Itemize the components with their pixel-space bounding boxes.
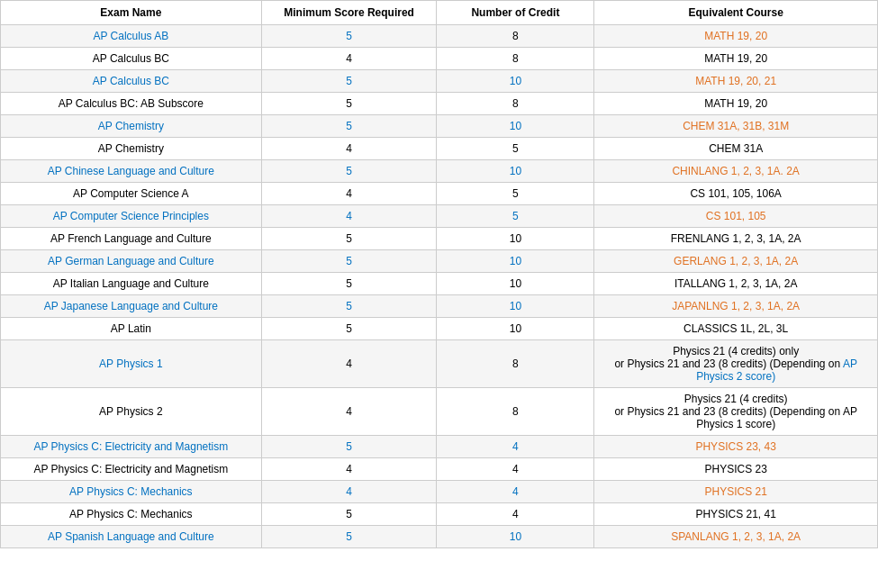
cell-min-score: 5 [261,228,437,250]
cell-num-credits: 4 [437,458,594,481]
table-row: AP Italian Language and Culture510ITALLA… [1,273,878,295]
cell-num-credits: 4 [437,436,594,458]
cell-exam-name: AP Calculus BC [1,70,262,93]
cell-num-credits: 4 [437,503,594,526]
table-row: AP Physics 248Physics 21 (4 credits)or P… [1,388,878,436]
cell-exam-name: AP Japanese Language and Culture [1,295,262,318]
table-row: AP Calculus AB58MATH 19, 20 [1,25,878,48]
cell-equiv-course: GERLANG 1, 2, 3, 1A, 2A [594,250,878,273]
table-row: AP Chinese Language and Culture510CHINLA… [1,160,878,183]
cell-min-score: 5 [261,318,437,340]
cell-min-score: 5 [261,160,437,183]
cell-min-score: 5 [261,503,437,526]
cell-num-credits: 10 [437,228,594,250]
cell-equiv-course: PHYSICS 23 [594,458,878,481]
cell-exam-name: AP Spanish Language and Culture [1,526,262,548]
table-row: AP Physics C: Electricity and Magnetism5… [1,436,878,458]
cell-min-score: 4 [261,138,437,160]
cell-exam-name: AP Latin [1,318,262,340]
cell-equiv-course: PHYSICS 21 [594,481,878,503]
cell-num-credits: 10 [437,273,594,295]
cell-num-credits: 10 [437,250,594,273]
cell-exam-name: AP Physics C: Mechanics [1,481,262,503]
cell-exam-name: AP German Language and Culture [1,250,262,273]
cell-num-credits: 8 [437,48,594,70]
cell-equiv-course: SPANLANG 1, 2, 3, 1A, 2A [594,526,878,548]
cell-min-score: 5 [261,295,437,318]
cell-min-score: 4 [261,340,437,388]
cell-equiv-course: CHEM 31A [594,138,878,160]
cell-exam-name: AP Calculus BC: AB Subscore [1,93,262,115]
header-min-score: Minimum Score Required [261,1,437,25]
cell-equiv-course: CHEM 31A, 31B, 31M [594,115,878,138]
cell-exam-name: AP Physics C: Electricity and Magnetism [1,458,262,481]
cell-min-score: 5 [261,93,437,115]
cell-num-credits: 10 [437,160,594,183]
cell-min-score: 5 [261,436,437,458]
cell-num-credits: 10 [437,295,594,318]
cell-num-credits: 5 [437,205,594,228]
cell-equiv-course: PHYSICS 21, 41 [594,503,878,526]
table-row: AP Physics 148Physics 21 (4 credits) onl… [1,340,878,388]
cell-equiv-course: Physics 21 (4 credits)or Physics 21 and … [594,388,878,436]
cell-num-credits: 10 [437,526,594,548]
cell-num-credits: 10 [437,115,594,138]
cell-equiv-course: PHYSICS 23, 43 [594,436,878,458]
cell-exam-name: AP Calculus AB [1,25,262,48]
cell-equiv-course: MATH 19, 20, 21 [594,70,878,93]
cell-num-credits: 8 [437,93,594,115]
ap-credit-table: Exam Name Minimum Score Required Number … [0,0,878,548]
cell-min-score: 5 [261,70,437,93]
cell-min-score: 5 [261,250,437,273]
cell-equiv-course: CLASSICS 1L, 2L, 3L [594,318,878,340]
cell-num-credits: 8 [437,388,594,436]
table-row: AP German Language and Culture510GERLANG… [1,250,878,273]
header-exam-name: Exam Name [1,1,262,25]
header-equiv-course: Equivalent Course [594,1,878,25]
table-row: AP Computer Science Principles45CS 101, … [1,205,878,228]
cell-min-score: 5 [261,273,437,295]
cell-exam-name: AP Computer Science A [1,183,262,205]
table-row: AP Physics C: Mechanics54PHYSICS 21, 41 [1,503,878,526]
cell-num-credits: 8 [437,340,594,388]
cell-equiv-course: JAPANLNG 1, 2, 3, 1A, 2A [594,295,878,318]
cell-min-score: 4 [261,48,437,70]
cell-exam-name: AP Physics C: Electricity and Magnetism [1,436,262,458]
cell-exam-name: AP Chemistry [1,138,262,160]
cell-num-credits: 10 [437,318,594,340]
table-row: AP French Language and Culture510FRENLAN… [1,228,878,250]
cell-exam-name: AP Calculus BC [1,48,262,70]
cell-min-score: 5 [261,526,437,548]
cell-num-credits: 8 [437,25,594,48]
cell-exam-name: AP Physics 2 [1,388,262,436]
table-row: AP Chemistry510CHEM 31A, 31B, 31M [1,115,878,138]
cell-equiv-course: MATH 19, 20 [594,48,878,70]
table-row: AP Physics C: Mechanics44PHYSICS 21 [1,481,878,503]
cell-exam-name: AP Italian Language and Culture [1,273,262,295]
cell-min-score: 4 [261,205,437,228]
table-body: AP Calculus AB58MATH 19, 20AP Calculus B… [1,25,878,548]
cell-exam-name: AP Chemistry [1,115,262,138]
table-row: AP Spanish Language and Culture510SPANLA… [1,526,878,548]
cell-num-credits: 5 [437,138,594,160]
cell-exam-name: AP French Language and Culture [1,228,262,250]
cell-equiv-course: ITALLANG 1, 2, 3, 1A, 2A [594,273,878,295]
cell-equiv-course: MATH 19, 20 [594,25,878,48]
cell-equiv-course: MATH 19, 20 [594,93,878,115]
cell-equiv-course: FRENLANG 1, 2, 3, 1A, 2A [594,228,878,250]
cell-num-credits: 4 [437,481,594,503]
table-row: AP Physics C: Electricity and Magnetism4… [1,458,878,481]
table-row: AP Latin510CLASSICS 1L, 2L, 3L [1,318,878,340]
cell-equiv-course: CHINLANG 1, 2, 3, 1A. 2A [594,160,878,183]
table-row: AP Calculus BC: AB Subscore58MATH 19, 20 [1,93,878,115]
cell-equiv-course: Physics 21 (4 credits) onlyor Physics 21… [594,340,878,388]
cell-exam-name: AP Computer Science Principles [1,205,262,228]
table-row: AP Calculus BC48MATH 19, 20 [1,48,878,70]
cell-equiv-course: CS 101, 105 [594,205,878,228]
cell-num-credits: 5 [437,183,594,205]
cell-min-score: 4 [261,388,437,436]
cell-min-score: 5 [261,115,437,138]
table-row: AP Computer Science A45CS 101, 105, 106A [1,183,878,205]
table-header-row: Exam Name Minimum Score Required Number … [1,1,878,25]
header-num-credits: Number of Credit [437,1,594,25]
